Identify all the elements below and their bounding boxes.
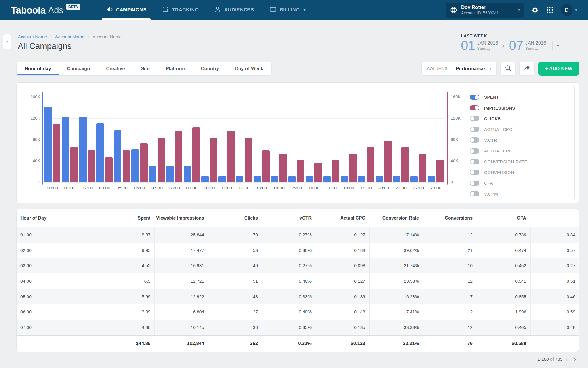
tab-campaign[interactable]: Campaign: [59, 62, 98, 75]
next-page-button[interactable]: ›: [571, 355, 579, 363]
chevron-down-icon: ▾: [303, 8, 305, 12]
previous-page-button[interactable]: ‹: [562, 355, 570, 363]
table-row: 04:006.512,721510.40%0.12723.53%120.5410…: [17, 273, 579, 289]
table-cell: 4.86: [100, 320, 154, 335]
tab-platform[interactable]: Platform: [158, 62, 193, 75]
toggle-spent[interactable]: [470, 95, 479, 100]
search-icon: [504, 64, 512, 73]
bar-spent-23:00: [428, 176, 435, 182]
bar-group-01:00: [61, 117, 79, 182]
nav-item-billing[interactable]: BILLING▾: [262, 0, 314, 20]
x-axis-label: 11:00: [218, 185, 235, 191]
bar-impressions-15:00: [297, 160, 304, 182]
dimension-tabs: Hour of dayCampaignCreativeSitePlatformC…: [16, 62, 272, 76]
tab-site[interactable]: Site: [133, 62, 158, 75]
tab-hour-of-day[interactable]: Hour of day: [17, 62, 59, 75]
brand-suffix: Ads: [48, 6, 63, 15]
nav-item-campaigns[interactable]: CAMPAIGNS: [98, 0, 154, 20]
performance-chart: 0040K40K80K80K120K120K160K160K 00:0001:0…: [16, 82, 579, 203]
settings-gear-icon[interactable]: [531, 6, 539, 14]
share-button[interactable]: [519, 62, 535, 76]
toggle-actual-cpc[interactable]: [470, 127, 479, 132]
legend-label: ACTUAL CPC: [484, 127, 512, 132]
toggle-actual-cpc[interactable]: [470, 148, 479, 154]
apps-grid-icon[interactable]: [546, 6, 554, 14]
breadcrumb: Account Name›Account Name›Account Name: [18, 34, 122, 39]
legend-row-spent: SPENT: [470, 92, 574, 102]
x-axis-label: 09:00: [183, 185, 201, 191]
chart-legend-panel: SPENTIMPRESSIONSCLICKSACTUAL CPCV.CTRACT…: [462, 86, 575, 200]
table-cell: 17,477: [154, 243, 208, 258]
totals-cell: 102,844: [154, 341, 208, 346]
bar-spent-00:00: [44, 107, 52, 182]
account-switcher[interactable]: Dov Rotter Account ID: 5689241 ▾: [446, 3, 524, 18]
breadcrumb-item[interactable]: Account Name: [55, 34, 84, 39]
y-axis-tick-left: 40K: [25, 158, 40, 163]
bar-group-18:00: [340, 154, 357, 182]
end-weekday: Sunday: [525, 46, 546, 51]
x-axis-label: 10:00: [200, 185, 218, 191]
search-button[interactable]: [500, 62, 516, 76]
y-axis-tick-right: 160K: [451, 95, 461, 99]
gridline: [44, 182, 444, 183]
table-cell: 0.30%: [262, 243, 316, 258]
tab-country[interactable]: Country: [193, 62, 227, 75]
column-header-vCTR: vCTR: [262, 215, 316, 221]
toggle-conversion-rate[interactable]: [470, 159, 479, 164]
table-cell: 7.41%: [369, 304, 423, 320]
bar-group-23:00: [427, 160, 444, 182]
chevron-down-icon: ▾: [514, 8, 520, 12]
chevron-down-icon[interactable]: ▾: [557, 43, 559, 48]
bar-group-20:00: [375, 141, 392, 182]
table-cell: 0.40%: [262, 304, 316, 320]
toggle-knob: [470, 149, 474, 153]
primary-nav: CAMPAIGNSTRACKINGAUDIENCESBILLING▾: [98, 0, 314, 20]
table-cell: 03:00: [17, 258, 100, 273]
sidebar-expand-button[interactable]: ›: [3, 34, 11, 49]
date-preset-label: LAST WEEK: [461, 33, 559, 38]
toggle-clicks[interactable]: [470, 116, 479, 121]
x-axis-label: 22:00: [410, 185, 427, 191]
bar-group-22:00: [410, 154, 427, 182]
columns-selected-value: Performance: [456, 66, 485, 71]
table-totals-row: $44.86102,8443620.32%$0.12323.31%76$0.58…: [17, 335, 579, 352]
toggle-v-ctr[interactable]: [470, 137, 479, 143]
table-cell: 39.62%: [369, 243, 423, 258]
tab-day-of-week[interactable]: Day of Week: [227, 62, 271, 75]
toggle-impressions[interactable]: [470, 105, 479, 110]
x-axis-label: 03:00: [96, 185, 113, 191]
columns-dropdown[interactable]: COLUMNS Performance ▾: [421, 62, 497, 76]
table-cell: 6,804: [154, 304, 208, 320]
columns-label: COLUMNS: [427, 66, 448, 71]
nav-item-audiences[interactable]: AUDIENCES: [206, 0, 262, 20]
toggle-conversion[interactable]: [470, 170, 479, 175]
toggle-v-cpm[interactable]: [470, 191, 479, 196]
legend-label: V.CTR: [484, 138, 497, 143]
megaphone-icon: [106, 6, 113, 14]
tab-creative[interactable]: Creative: [98, 62, 133, 75]
x-axis-label: 02:00: [78, 185, 96, 191]
table-cell: 9.95: [100, 243, 154, 258]
table-cell: 0.541: [477, 273, 530, 289]
legend-label: ACTUAL CPC: [484, 148, 512, 153]
totals-cell: 362: [208, 341, 262, 346]
bar-impressions-09:00: [192, 127, 200, 182]
add-new-button[interactable]: + ADD NEW: [538, 62, 579, 76]
x-axis-label: 18:00: [340, 185, 357, 191]
taboola-logo[interactable]: Taboola Ads BETA: [11, 5, 80, 15]
x-axis-label: 06:00: [131, 185, 148, 191]
date-range-value[interactable]: 01 JAN 2016 Sunday › 07 JAN 2016 Sunday …: [461, 40, 559, 51]
bar-group-06:00: [131, 143, 148, 182]
account-name: Dov Rotter: [461, 5, 499, 10]
user-menu[interactable]: D ▾: [561, 4, 577, 16]
breadcrumb-item[interactable]: Account Name: [18, 34, 47, 39]
top-nav-bar: Taboola Ads BETA CAMPAIGNSTRACKINGAUDIEN…: [0, 0, 588, 20]
nav-item-tracking[interactable]: TRACKING: [154, 0, 206, 20]
toggle-cpa[interactable]: [470, 181, 479, 186]
hour-of-day-table: Hour of DaySpentViewable ImpressionsClic…: [16, 209, 579, 352]
totals-cell: 23.31%: [369, 341, 423, 346]
tracking-icon: [162, 6, 169, 14]
legend-row-impressions: IMPRESSIONS: [470, 102, 574, 113]
table-cell: 0.27%: [262, 258, 316, 273]
bar-spent-22:00: [410, 176, 418, 182]
